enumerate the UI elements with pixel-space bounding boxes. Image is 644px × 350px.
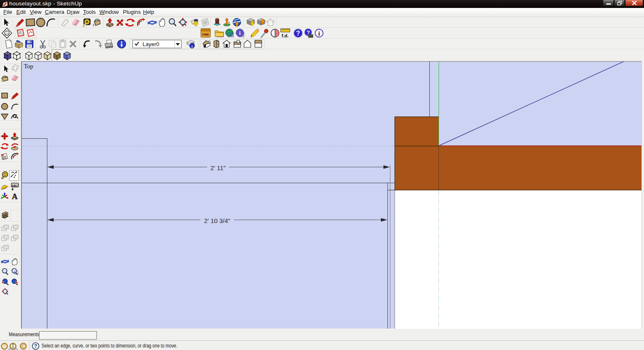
- svg-text:?: ?: [34, 343, 37, 349]
- svg-text:C: C: [21, 344, 25, 349]
- svg-text:FIRE: FIRE: [203, 33, 209, 36]
- svg-text:ABC: ABC: [11, 184, 18, 187]
- svg-text:f.d.: f.d.: [282, 33, 289, 38]
- svg-text:Layer0: Layer0: [143, 41, 159, 47]
- svg-text:8·5: 8·5: [5, 33, 9, 36]
- svg-text:2' 11": 2' 11": [210, 164, 226, 171]
- svg-text:?: ?: [296, 30, 300, 37]
- svg-text:A: A: [12, 192, 18, 201]
- svg-text:Top: Top: [24, 63, 33, 70]
- svg-text:i: i: [318, 30, 320, 37]
- svg-text:C: C: [6, 30, 8, 33]
- svg-text:2' 10 3/4": 2' 10 3/4": [204, 217, 230, 224]
- svg-text:?: ?: [3, 344, 6, 349]
- svg-text:i: i: [239, 30, 241, 36]
